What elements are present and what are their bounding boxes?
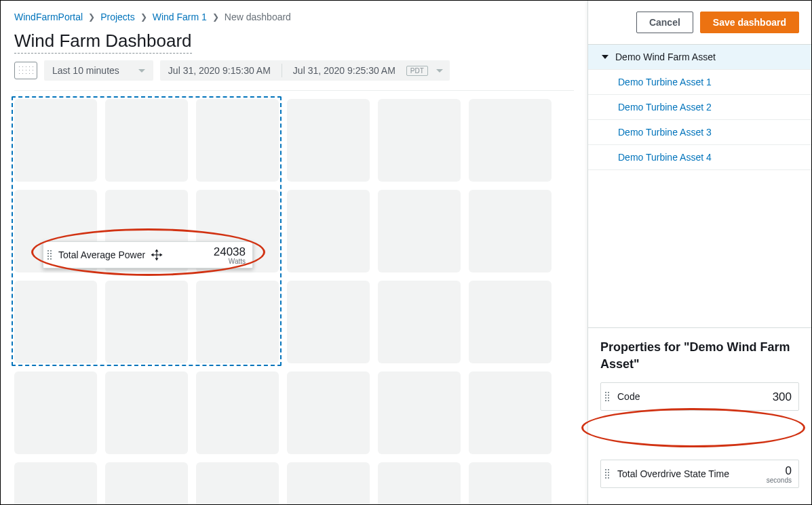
property-row[interactable]: Code 300 (600, 382, 799, 411)
time-range-bar: Last 10 minutes Jul 31, 2020 9:15:30 AM … (14, 60, 574, 81)
breadcrumb-link-windfarm1[interactable]: Wind Farm 1 (153, 12, 207, 22)
grid-cell[interactable] (196, 371, 279, 454)
asset-tree-root-label: Demo Wind Farm Asset (615, 52, 716, 62)
property-name: Code (617, 391, 640, 402)
grid-cell[interactable] (287, 281, 370, 363)
grid-cell[interactable] (287, 371, 370, 454)
grid-cell[interactable] (378, 462, 461, 505)
grid-cell[interactable] (378, 190, 461, 272)
time-range-preset-label: Last 10 minutes (52, 65, 119, 76)
grid-cell[interactable] (105, 281, 188, 363)
grid-cell[interactable] (469, 281, 552, 363)
move-cursor-icon (151, 249, 163, 261)
time-range-preset-dropdown[interactable]: Last 10 minutes (44, 60, 153, 81)
sidebar-actions: Cancel Save dashboard (588, 1, 811, 44)
grid-cell[interactable] (287, 462, 370, 505)
asset-tree-item[interactable]: Demo Turbine Asset 1 (588, 70, 811, 95)
grid-cell[interactable] (378, 99, 461, 182)
grid-cell[interactable] (469, 99, 552, 182)
asset-tree-item[interactable]: Demo Turbine Asset 3 (588, 120, 811, 145)
breadcrumb-link-portal[interactable]: WindFarmPortal (14, 12, 83, 22)
separator (282, 64, 282, 77)
grid-cell[interactable] (14, 462, 97, 505)
divider (14, 90, 574, 91)
dashboard-grid[interactable] (14, 99, 574, 505)
save-dashboard-button[interactable]: Save dashboard (700, 12, 799, 33)
dragging-property-value: 24038 (214, 245, 246, 259)
time-from-label: Jul 31, 2020 9:15:30 AM (168, 65, 271, 76)
grid-cell[interactable] (14, 281, 97, 363)
breadcrumb-current: New dashboard (225, 12, 291, 22)
property-name: Total Overdrive State Time (617, 468, 729, 479)
property-row-placeholder (600, 420, 799, 450)
grid-cell[interactable] (469, 190, 552, 272)
grid-cell[interactable] (105, 371, 188, 454)
time-to-label: Jul 31, 2020 9:25:30 AM (293, 65, 395, 76)
breadcrumb: WindFarmPortal ❯ Projects ❯ Wind Farm 1 … (14, 12, 574, 22)
cancel-button[interactable]: Cancel (636, 12, 693, 33)
breadcrumb-link-projects[interactable]: Projects (100, 12, 135, 22)
grid-cell[interactable] (287, 190, 370, 272)
property-unit: seconds (767, 477, 792, 484)
keyboard-icon[interactable] (14, 62, 37, 79)
dragging-property-label: Total Average Power (58, 249, 145, 260)
grid-cell[interactable] (196, 99, 279, 182)
chevron-right-icon: ❯ (212, 12, 219, 22)
property-value: 0 (767, 464, 792, 478)
asset-tree-item[interactable]: Demo Turbine Asset 2 (588, 95, 811, 120)
grid-cell[interactable] (469, 462, 552, 505)
caret-down-icon (602, 55, 608, 59)
asset-tree-root[interactable]: Demo Wind Farm Asset (588, 45, 811, 70)
grid-cell[interactable] (105, 462, 188, 505)
grid-cell[interactable] (196, 281, 279, 363)
time-range-absolute-picker[interactable]: Jul 31, 2020 9:15:30 AM Jul 31, 2020 9:2… (160, 60, 450, 81)
dragging-property-card[interactable]: Total Average Power 24038 Watts (43, 241, 253, 268)
page-title[interactable]: Wind Farm Dashboard (14, 31, 192, 54)
property-value: 300 (773, 390, 792, 404)
chevron-right-icon: ❯ (88, 12, 95, 22)
grid-cell[interactable] (378, 281, 461, 363)
grid-cell[interactable] (105, 99, 188, 182)
chevron-down-icon (436, 69, 443, 73)
grid-cell[interactable] (469, 371, 552, 454)
property-row[interactable]: Total Overdrive State Time 0 seconds (600, 460, 799, 488)
properties-panel: Properties for "Demo Wind Farm Asset" Co… (588, 327, 811, 504)
grid-cell[interactable] (14, 371, 97, 454)
main-canvas: WindFarmPortal ❯ Projects ❯ Wind Farm 1 … (1, 1, 587, 504)
grid-cell[interactable] (378, 371, 461, 454)
grip-icon (605, 392, 611, 401)
grip-icon (605, 469, 611, 479)
grid-cell[interactable] (287, 99, 370, 182)
chevron-right-icon: ❯ (140, 12, 147, 22)
asset-tree: Demo Wind Farm Asset Demo Turbine Asset … (588, 44, 811, 327)
chevron-down-icon (138, 69, 145, 73)
grid-cell[interactable] (196, 462, 279, 505)
grid-cell[interactable] (14, 99, 97, 182)
grip-icon (47, 250, 53, 260)
timezone-badge: PDT (406, 66, 428, 76)
properties-panel-title: Properties for "Demo Wind Farm Asset" (600, 339, 799, 373)
asset-tree-item[interactable]: Demo Turbine Asset 4 (588, 145, 811, 170)
sidebar: Cancel Save dashboard Demo Wind Farm Ass… (587, 1, 811, 504)
